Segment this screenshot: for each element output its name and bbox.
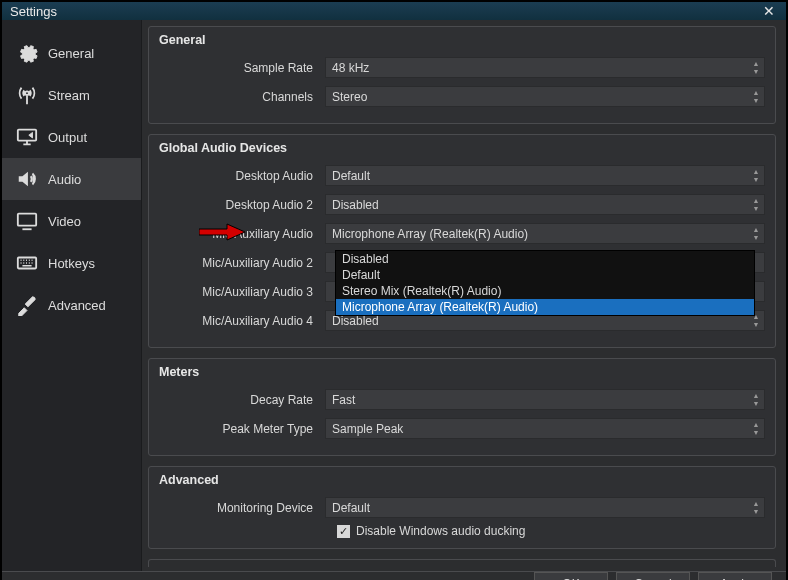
group-title: Advanced — [159, 473, 765, 487]
svg-rect-0 — [18, 130, 36, 141]
sidebar-item-label: Audio — [48, 172, 81, 187]
red-arrow-icon — [199, 222, 245, 242]
row-sample-rate: Sample Rate 48 kHz ▲▼ — [159, 55, 765, 80]
spin-icon[interactable]: ▲▼ — [749, 225, 763, 242]
sidebar-item-hotkeys[interactable]: Hotkeys — [2, 242, 141, 284]
select-decay-rate[interactable]: Fast ▲▼ — [325, 389, 765, 410]
spin-icon[interactable]: ▲▼ — [749, 420, 763, 437]
row-ducking: ✓ Disable Windows audio ducking — [159, 524, 765, 538]
row-decay-rate: Decay Rate Fast ▲▼ — [159, 387, 765, 412]
sidebar-item-general[interactable]: General — [2, 32, 141, 74]
select-peak-meter[interactable]: Sample Peak ▲▼ — [325, 418, 765, 439]
row-desktop-audio-2: Desktop Audio 2 Disabled ▲▼ — [159, 192, 765, 217]
spin-icon[interactable]: ▲▼ — [749, 167, 763, 184]
label-channels: Channels — [159, 90, 325, 104]
row-mic-aux-1: Mic/Auxiliary Audio Microphone Array (Re… — [159, 221, 765, 246]
group-devices: Global Audio Devices Desktop Audio Defau… — [148, 134, 776, 348]
sidebar-item-stream[interactable]: Stream — [2, 74, 141, 116]
group-general: General Sample Rate 48 kHz ▲▼ Channels S… — [148, 26, 776, 124]
label-decay-rate: Decay Rate — [159, 393, 325, 407]
sidebar-item-video[interactable]: Video — [2, 200, 141, 242]
dropdown-option[interactable]: Microphone Array (Realtek(R) Audio) — [336, 299, 754, 315]
svg-rect-1 — [18, 214, 36, 226]
label-monitoring-device: Monitoring Device — [159, 501, 325, 515]
keyboard-icon — [16, 252, 38, 274]
label-ducking: Disable Windows audio ducking — [356, 524, 525, 538]
monitor-icon — [16, 210, 38, 232]
sidebar: General Stream Output Audio Video Hotkey… — [2, 20, 142, 571]
spin-icon[interactable]: ▲▼ — [749, 391, 763, 408]
cancel-button[interactable]: Cancel — [616, 572, 690, 580]
group-title: Meters — [159, 365, 765, 379]
window-title: Settings — [10, 4, 760, 19]
group-meters: Meters Decay Rate Fast ▲▼ Peak Meter Typ… — [148, 358, 776, 456]
close-icon[interactable]: ✕ — [760, 2, 778, 20]
sidebar-item-label: Video — [48, 214, 81, 229]
output-icon — [16, 126, 38, 148]
ok-button[interactable]: OK — [534, 572, 608, 580]
footer: OK Cancel Apply — [2, 571, 786, 580]
group-advanced: Advanced Monitoring Device Default ▲▼ ✓ … — [148, 466, 776, 549]
tools-icon — [16, 294, 38, 316]
dropdown-mic-aux[interactable]: DisabledDefaultStereo Mix (Realtek(R) Au… — [335, 250, 755, 316]
sidebar-item-audio[interactable]: Audio — [2, 158, 141, 200]
spin-icon[interactable]: ▲▼ — [749, 196, 763, 213]
window-body: General Stream Output Audio Video Hotkey… — [2, 20, 786, 571]
label-mic-aux-4: Mic/Auxiliary Audio 4 — [159, 314, 325, 328]
sidebar-item-label: General — [48, 46, 94, 61]
row-monitoring-device: Monitoring Device Default ▲▼ — [159, 495, 765, 520]
group-cutoff — [148, 559, 776, 567]
row-mic-aux-2: Mic/Auxiliary Audio 2 DisabledDefaultSte… — [159, 250, 765, 275]
sidebar-item-label: Output — [48, 130, 87, 145]
sidebar-item-label: Stream — [48, 88, 90, 103]
label-desktop-audio-2: Desktop Audio 2 — [159, 198, 325, 212]
label-peak-meter: Peak Meter Type — [159, 422, 325, 436]
apply-button[interactable]: Apply — [698, 572, 772, 580]
spin-icon[interactable]: ▲▼ — [749, 88, 763, 105]
sidebar-item-advanced[interactable]: Advanced — [2, 284, 141, 326]
sidebar-item-output[interactable]: Output — [2, 116, 141, 158]
spin-icon[interactable]: ▲▼ — [749, 499, 763, 516]
label-sample-rate: Sample Rate — [159, 61, 325, 75]
antenna-icon — [16, 84, 38, 106]
group-title: Global Audio Devices — [159, 141, 765, 155]
dropdown-option[interactable]: Stereo Mix (Realtek(R) Audio) — [336, 283, 754, 299]
select-mic-aux-1[interactable]: Microphone Array (Realtek(R) Audio) ▲▼ — [325, 223, 765, 244]
row-channels: Channels Stereo ▲▼ — [159, 84, 765, 109]
dropdown-option[interactable]: Default — [336, 267, 754, 283]
checkbox-ducking[interactable]: ✓ — [337, 525, 350, 538]
select-monitoring-device[interactable]: Default ▲▼ — [325, 497, 765, 518]
titlebar[interactable]: Settings ✕ — [2, 2, 786, 20]
select-desktop-audio-2[interactable]: Disabled ▲▼ — [325, 194, 765, 215]
content-pane: General Sample Rate 48 kHz ▲▼ Channels S… — [142, 20, 786, 571]
sidebar-item-label: Hotkeys — [48, 256, 95, 271]
select-desktop-audio[interactable]: Default ▲▼ — [325, 165, 765, 186]
row-peak-meter: Peak Meter Type Sample Peak ▲▼ — [159, 416, 765, 441]
speaker-icon — [16, 168, 38, 190]
select-sample-rate[interactable]: 48 kHz ▲▼ — [325, 57, 765, 78]
select-channels[interactable]: Stereo ▲▼ — [325, 86, 765, 107]
gear-icon — [16, 42, 38, 64]
sidebar-item-label: Advanced — [48, 298, 106, 313]
spin-icon[interactable]: ▲▼ — [749, 59, 763, 76]
dropdown-option[interactable]: Disabled — [336, 251, 754, 267]
settings-window: Settings ✕ General Stream Output Audio — [1, 1, 787, 579]
group-title: General — [159, 33, 765, 47]
label-mic-aux-3: Mic/Auxiliary Audio 3 — [159, 285, 325, 299]
label-desktop-audio: Desktop Audio — [159, 169, 325, 183]
label-mic-aux-2: Mic/Auxiliary Audio 2 — [159, 256, 325, 270]
row-desktop-audio: Desktop Audio Default ▲▼ — [159, 163, 765, 188]
